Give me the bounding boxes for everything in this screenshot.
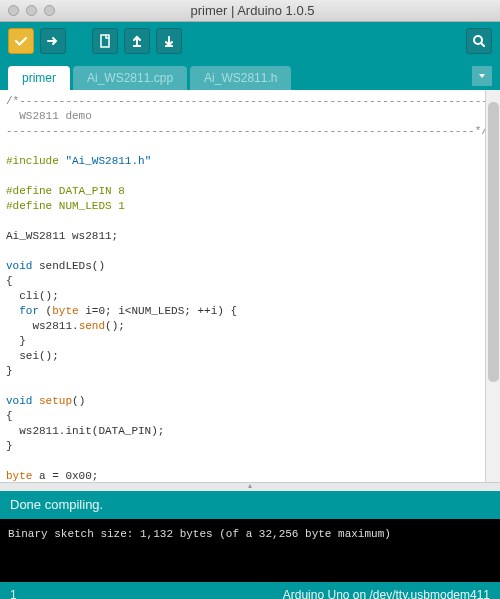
code-line: #define NUM_LEDS 1 (6, 200, 125, 212)
code-line: #include (6, 155, 65, 167)
window-title: primer | Arduino 1.0.5 (55, 3, 450, 18)
zoom-window-icon[interactable] (44, 5, 55, 16)
new-button[interactable] (92, 28, 118, 54)
resize-handle[interactable]: ▴ (0, 483, 500, 491)
code-line: Ai_WS2811 ws2811; (6, 230, 118, 242)
scrollbar-thumb[interactable] (488, 102, 499, 382)
tabbar: primer Ai_WS2811.cpp Ai_WS2811.h (0, 60, 500, 90)
code-line: #define DATA_PIN 8 (6, 185, 125, 197)
console-line: Binary sketch size: 1,132 bytes (of a 32… (8, 525, 492, 543)
verify-button[interactable] (8, 28, 34, 54)
footer: 1 Arduino Uno on /dev/tty.usbmodem411 (0, 582, 500, 599)
console[interactable]: Binary sketch size: 1,132 bytes (of a 32… (0, 519, 500, 582)
scrollbar[interactable] (485, 90, 500, 482)
tab-primer[interactable]: primer (8, 66, 70, 90)
status-bar: Done compiling. (0, 491, 500, 519)
code-line: WS2811 demo (6, 110, 92, 122)
code-line: /*--------------------------------------… (6, 95, 485, 107)
tab-menu-button[interactable] (472, 66, 492, 86)
window-controls (8, 5, 55, 16)
titlebar: primer | Arduino 1.0.5 (0, 0, 500, 22)
line-number: 1 (10, 588, 17, 600)
close-window-icon[interactable] (8, 5, 19, 16)
save-button[interactable] (156, 28, 182, 54)
toolbar (0, 22, 500, 60)
board-info: Arduino Uno on /dev/tty.usbmodem411 (283, 588, 490, 600)
editor: /*--------------------------------------… (0, 90, 500, 483)
code-area[interactable]: /*--------------------------------------… (0, 90, 485, 482)
upload-button[interactable] (40, 28, 66, 54)
status-text: Done compiling. (10, 497, 103, 512)
minimize-window-icon[interactable] (26, 5, 37, 16)
tab-ai-ws2811-cpp[interactable]: Ai_WS2811.cpp (73, 66, 187, 90)
serial-monitor-button[interactable] (466, 28, 492, 54)
open-button[interactable] (124, 28, 150, 54)
svg-rect-0 (101, 35, 109, 47)
code-line: ----------------------------------------… (6, 125, 485, 137)
tab-ai-ws2811-h[interactable]: Ai_WS2811.h (190, 66, 291, 90)
